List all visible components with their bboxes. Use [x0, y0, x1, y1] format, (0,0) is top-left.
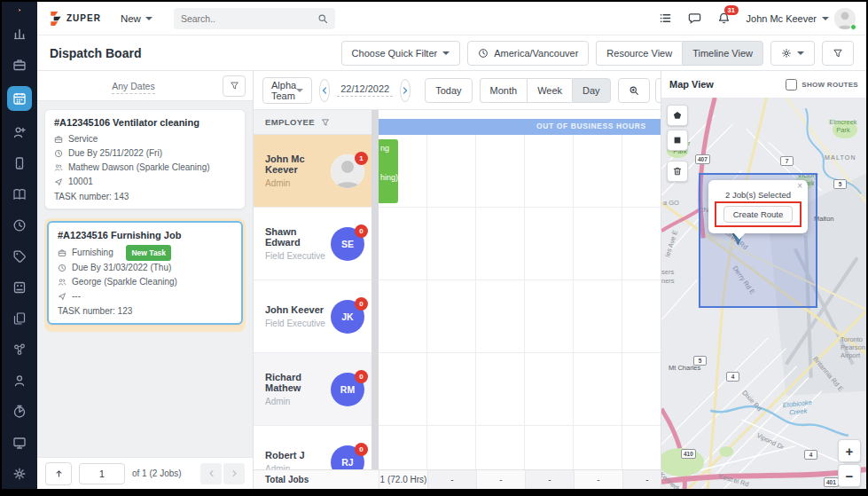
view-toggle: Resource View Timeline View: [596, 41, 763, 66]
delete-shape-button[interactable]: [667, 161, 688, 182]
today-button[interactable]: Today: [425, 78, 472, 103]
job-location: ---: [72, 289, 81, 303]
employee-row[interactable]: Robert J Admin RJ 0: [254, 426, 371, 469]
page-number-input[interactable]: [79, 463, 125, 484]
zoom-in-button[interactable]: [618, 78, 650, 103]
dispatch-calendar-icon[interactable]: [7, 86, 32, 111]
job-card[interactable]: #A12345106 Ventilator cleaning Service D…: [44, 109, 246, 209]
totals-cell: -: [622, 470, 661, 489]
notification-badge: 31: [724, 5, 739, 15]
notifications-bell-icon[interactable]: 31: [717, 12, 731, 25]
resource-view-button[interactable]: Resource View: [596, 41, 682, 66]
date-picker[interactable]: 22/12/2022: [337, 83, 393, 97]
job-task-number: TASK number: 143: [54, 192, 236, 201]
filter-button[interactable]: [822, 41, 854, 66]
funnel-icon: [833, 48, 843, 59]
employee-row[interactable]: John Mc Keever Admin 1: [254, 135, 371, 208]
team-select[interactable]: Alpha Team: [262, 77, 312, 104]
prev-page-button[interactable]: [200, 463, 222, 484]
clock-icon: [54, 149, 63, 158]
draw-polygon-button[interactable]: [667, 105, 688, 126]
scheduled-job-block[interactable]: ng hing): [379, 139, 398, 203]
zuper-logo-icon[interactable]: [10, 9, 29, 12]
chat-icon[interactable]: [688, 12, 701, 25]
jobs-filter-button[interactable]: [223, 75, 246, 97]
day-view-button[interactable]: Day: [572, 78, 611, 103]
prev-day-button[interactable]: [319, 79, 330, 102]
job-card-selected[interactable]: #A1234516 Furnishing Job Furnishing New …: [47, 221, 243, 325]
devices-icon[interactable]: [7, 154, 32, 173]
employee-column: EMPLOYEE John Mc Keever Admin 1: [254, 110, 371, 469]
list-menu-icon[interactable]: [659, 12, 672, 25]
selected-job-highlight: #A1234516 Furnishing Job Furnishing New …: [44, 218, 246, 332]
user-name: John Mc Keever: [747, 13, 817, 24]
employee-row[interactable]: Shawn Edward Field Executive SE 0: [254, 208, 371, 280]
search-icon[interactable]: [317, 13, 328, 24]
pricing-tag-icon[interactable]: [7, 247, 32, 266]
chevron-down-icon: [822, 17, 829, 20]
customers-icon[interactable]: [7, 122, 32, 142]
totals-row: Total Jobs 1 (72.0 Hrs) - - - - - -: [254, 469, 661, 489]
settings-gear-icon[interactable]: [7, 464, 32, 484]
display-icon[interactable]: [7, 433, 32, 453]
online-status-dot: [850, 24, 856, 30]
square-icon: [672, 135, 683, 146]
timesheet-clock-icon[interactable]: [7, 216, 32, 235]
scheduler-toolbar: Alpha Team 22/12/2022 Today Month Week D…: [254, 71, 661, 110]
employee-row[interactable]: Richard Mathew Admin RM 0: [254, 353, 371, 426]
quick-filter-button[interactable]: Choose Quick Filter: [341, 41, 461, 66]
clock-icon: [58, 264, 66, 272]
chevron-left-icon: [207, 469, 215, 477]
user-menu[interactable]: John Mc Keever: [747, 8, 856, 29]
page-summary: of 1 (2 Jobs): [132, 468, 182, 478]
job-category: Service: [68, 132, 98, 146]
job-title: #A12345106 Ventilator cleaning: [54, 117, 236, 128]
location-arrow-icon: [58, 292, 66, 301]
week-view-button[interactable]: Week: [527, 78, 572, 103]
draw-rectangle-button[interactable]: [667, 130, 688, 151]
chevron-left-icon: [320, 86, 329, 95]
show-routes-label[interactable]: SHOW ROUTES: [802, 81, 858, 89]
show-routes-checkbox[interactable]: [786, 79, 797, 91]
avatar[interactable]: [834, 8, 856, 29]
employee-header: EMPLOYEE: [254, 110, 371, 135]
totals-cell: 1 (72.0 Hrs): [379, 470, 427, 489]
date-filter[interactable]: Any Dates: [44, 81, 223, 91]
knowledge-book-icon[interactable]: [7, 185, 32, 204]
documents-icon[interactable]: [7, 309, 32, 328]
map-zoom-in-button[interactable]: +: [838, 439, 861, 462]
totals-label: Total Jobs: [254, 475, 379, 484]
integrations-icon[interactable]: [7, 340, 32, 359]
create-route-button[interactable]: Create Route: [723, 206, 794, 223]
trash-icon: [672, 166, 683, 177]
polygon-icon: [672, 110, 683, 121]
collapse-panel-button[interactable]: [45, 462, 72, 485]
chevron-down-icon: [442, 51, 450, 55]
timeline-grid[interactable]: OUT OF BUSINESS HOURS ng hing): [379, 110, 661, 469]
employee-row[interactable]: John Keever Field Executive JK 0: [254, 280, 371, 353]
next-page-button[interactable]: [223, 463, 245, 484]
close-icon[interactable]: ×: [797, 181, 802, 191]
search-input[interactable]: [181, 13, 317, 24]
apps-grid-icon[interactable]: [7, 278, 32, 297]
calendar-view-toggle: Month Week Day: [480, 78, 611, 103]
selection-message: 2 Job(s) Selected: [708, 190, 808, 200]
reports-pie-icon[interactable]: [7, 402, 32, 421]
user-icon[interactable]: [7, 371, 32, 390]
map-canvas[interactable]: a GO CN-Mis Walker Park Elmcreek Park MA…: [661, 98, 866, 489]
jobs-briefcase-icon[interactable]: [7, 55, 32, 75]
map-draw-tools: [667, 105, 688, 182]
next-day-button[interactable]: [400, 79, 411, 102]
map-zoom-out-button[interactable]: −: [838, 464, 861, 487]
analytics-chart-icon[interactable]: [7, 24, 32, 43]
board-settings-button[interactable]: [770, 41, 815, 66]
month-view-button[interactable]: Month: [480, 78, 528, 103]
timeline-view-button[interactable]: Timeline View: [682, 41, 763, 66]
timezone-button[interactable]: America/Vancouver: [467, 41, 589, 66]
funnel-icon[interactable]: [321, 118, 330, 127]
job-category: Furnishing: [72, 246, 113, 260]
funnel-icon: [230, 81, 239, 91]
jobs-list: #A12345106 Ventilator cleaning Service D…: [37, 101, 253, 457]
job-due: Due By 31/03/2022 (Thu): [72, 261, 171, 275]
new-button[interactable]: New: [121, 13, 152, 24]
